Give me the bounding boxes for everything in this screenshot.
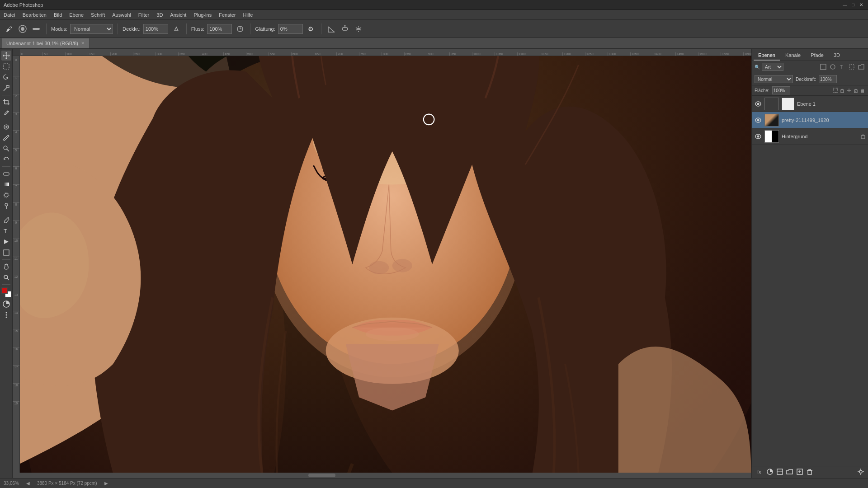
lock-transparent-icon[interactable]: [833, 88, 838, 93]
layer-filter-text-icon[interactable]: T: [838, 63, 846, 71]
history-brush-tool-button[interactable]: [1, 155, 11, 164]
lock-all-icon[interactable]: [860, 88, 865, 93]
ruler-tick: 900: [427, 52, 449, 56]
svg-point-59: [757, 103, 760, 105]
app-title: Adobe Photoshop: [4, 2, 43, 8]
tab-close-button[interactable]: ✕: [81, 41, 85, 46]
eyedropper-tool-button[interactable]: [1, 108, 11, 118]
layer-filter-pixel-icon[interactable]: [819, 63, 827, 71]
ruler-tick: 1600: [743, 52, 751, 56]
magic-wand-tool-button[interactable]: [1, 83, 11, 93]
dodge-tool-button[interactable]: [1, 201, 11, 211]
flow-pressure-icon[interactable]: [235, 23, 245, 34]
pressure-icon[interactable]: [171, 23, 182, 34]
gradient-tool-button[interactable]: [1, 179, 11, 189]
menu-bearbeiten[interactable]: Bearbeiten: [23, 12, 47, 18]
smooth-input[interactable]: [278, 24, 303, 34]
layer-item[interactable]: pretty-2111499_1920: [752, 112, 868, 128]
rect-select-tool-button[interactable]: [1, 61, 11, 71]
menu-ansicht[interactable]: Ansicht: [170, 12, 186, 18]
flow-input[interactable]: [207, 24, 232, 34]
opacity-input[interactable]: [819, 75, 837, 83]
tab-3d[interactable]: 3D: [829, 51, 844, 61]
extras-button[interactable]: [1, 310, 11, 320]
smooth-settings-icon[interactable]: ⚙: [306, 23, 316, 34]
blur-tool-button[interactable]: [1, 190, 11, 200]
angle-input-icon[interactable]: [326, 23, 337, 34]
maximize-button[interactable]: □: [850, 2, 856, 8]
eraser-tool-button[interactable]: [1, 169, 11, 178]
group-layers-button[interactable]: [785, 468, 794, 476]
layer-filter-group-icon[interactable]: [857, 63, 865, 71]
lasso-tool-button[interactable]: [1, 72, 11, 82]
document-tab[interactable]: Unbenannt-1 bei 30,1% (RGB/8) ✕: [2, 38, 90, 48]
menu-hilfe[interactable]: Hilfe: [243, 12, 253, 18]
lock-position-icon[interactable]: [846, 88, 852, 93]
nav-next-button[interactable]: ▶: [104, 481, 108, 486]
brush-tool-button[interactable]: [1, 133, 11, 143]
quick-mask-button[interactable]: [1, 299, 11, 309]
path-select-tool-button[interactable]: [1, 237, 11, 247]
zoom-level: 33,06%: [4, 481, 19, 486]
move-tool-button[interactable]: [1, 51, 11, 61]
layer-type-dropdown[interactable]: Art Pixel Text: [762, 63, 783, 71]
pen-tool-button[interactable]: [1, 215, 11, 225]
menu-bild[interactable]: Bild: [54, 12, 62, 18]
brush-size-icon[interactable]: [31, 23, 42, 34]
hand-tool-button[interactable]: [1, 262, 11, 272]
heal-tool-button[interactable]: [1, 122, 11, 132]
add-adjustment-layer-button[interactable]: [775, 468, 784, 476]
zoom-tool-button[interactable]: [1, 272, 11, 282]
shape-tool-button[interactable]: [1, 248, 11, 258]
ruler-tick: 550: [269, 52, 291, 56]
svg-rect-2: [33, 28, 40, 30]
layer-blend-mode-dropdown[interactable]: Normal Multiplizieren: [755, 75, 793, 83]
airbrush-icon[interactable]: [340, 23, 350, 34]
delete-layer-button[interactable]: [805, 468, 814, 476]
layer-visibility-toggle[interactable]: [755, 133, 762, 140]
svg-rect-55: [849, 65, 854, 69]
menu-datei[interactable]: Datei: [4, 12, 15, 18]
svg-point-1: [21, 27, 24, 31]
crop-tool-button[interactable]: [1, 97, 11, 107]
layers-list: Ebene 1 pretty-2111499_1920 Hint: [752, 96, 868, 466]
menu-3d[interactable]: 3D: [156, 12, 163, 18]
layer-item[interactable]: Ebene 1: [752, 96, 868, 112]
fill-input[interactable]: [772, 86, 790, 94]
menu-filter[interactable]: Filter: [138, 12, 149, 18]
menu-ebene[interactable]: Ebene: [69, 12, 84, 18]
lock-pixels-icon[interactable]: [840, 88, 845, 93]
tab-pfade[interactable]: Pfade: [806, 51, 828, 61]
panel-settings-button[interactable]: [857, 468, 864, 476]
add-layer-mask-button[interactable]: [765, 468, 774, 476]
layer-visibility-toggle[interactable]: [755, 100, 762, 108]
canvas-container[interactable]: [20, 56, 751, 473]
new-layer-button[interactable]: [795, 468, 804, 476]
menu-auswahl[interactable]: Auswahl: [112, 12, 131, 18]
layer-visibility-toggle[interactable]: [755, 117, 762, 124]
add-layer-style-button[interactable]: fx: [755, 468, 764, 476]
tab-kanaele[interactable]: Kanäle: [781, 51, 805, 61]
menu-fenster[interactable]: Fenster: [219, 12, 236, 18]
color-swatches[interactable]: [1, 287, 11, 297]
brush-preset-icon[interactable]: [17, 23, 28, 34]
text-tool-button[interactable]: T: [1, 226, 11, 236]
horizontal-scrollbar[interactable]: [13, 473, 751, 478]
menu-plugins[interactable]: Plug-ins: [193, 12, 212, 18]
brush-tool-icon[interactable]: 🖌: [4, 23, 14, 34]
layer-filter-adjust-icon[interactable]: [829, 63, 837, 71]
scrollbar-thumb[interactable]: [308, 474, 335, 477]
filter-icon: 🔍: [755, 65, 760, 70]
opacity-input[interactable]: [143, 24, 168, 34]
layer-item[interactable]: Hintergrund: [752, 128, 868, 145]
blend-mode-dropdown[interactable]: Normal Multiplizieren Bildschirm: [70, 24, 113, 34]
nav-prev-button[interactable]: ◀: [26, 481, 30, 486]
minimize-button[interactable]: —: [842, 2, 848, 8]
close-button[interactable]: ✕: [858, 2, 864, 8]
clone-stamp-tool-button[interactable]: [1, 144, 11, 154]
menu-schrift[interactable]: Schrift: [91, 12, 105, 18]
symmetry-icon[interactable]: [353, 23, 364, 34]
layer-filter-smart-icon[interactable]: [848, 63, 856, 71]
lock-artboard-icon[interactable]: [853, 88, 859, 93]
tab-ebenen[interactable]: Ebenen: [754, 51, 780, 61]
